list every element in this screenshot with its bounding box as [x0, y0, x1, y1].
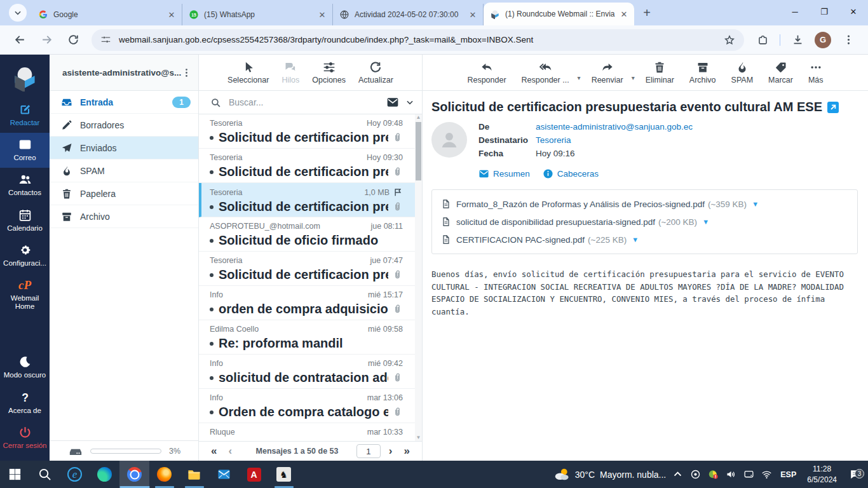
- dropdown-caret-icon[interactable]: ▾: [578, 74, 581, 81]
- folder-entrada[interactable]: Entrada1: [50, 91, 198, 114]
- maximize-button[interactable]: ❐: [810, 0, 839, 23]
- scrollbar-thumb[interactable]: [416, 122, 421, 180]
- message-row[interactable]: Edilma Coellomié 09:58Re: proforma mandi…: [199, 320, 422, 355]
- message-row[interactable]: TesoreriaHoy 09:30Solicitud de certifica…: [199, 149, 422, 183]
- tab-close-icon[interactable]: ✕: [317, 10, 327, 20]
- weather-widget[interactable]: 30°C Mayorm. nubla...: [553, 466, 667, 483]
- browser-tab[interactable]: Actividad 2024-05-02 07:30:00✕: [333, 4, 484, 25]
- attachment-name[interactable]: Formato_8_Razón de Proformas y Análisis …: [456, 200, 705, 209]
- close-button[interactable]: ✕: [839, 0, 868, 23]
- message-row[interactable]: Infomié 09:42solicitud de contratacion a…: [199, 355, 422, 389]
- edge[interactable]: [90, 461, 119, 488]
- message-row[interactable]: ASOPROTEBU_@hotmail.comjue 08:11Solicitu…: [199, 217, 422, 252]
- sidebar-item-configuraci-[interactable]: Configuraci...: [0, 238, 50, 273]
- browser-tab[interactable]: 15(15) WhatsApp✕: [182, 4, 333, 25]
- tray-display-icon[interactable]: [742, 468, 756, 482]
- folder-papelera[interactable]: Papelera: [50, 182, 198, 205]
- sidebar-item-calendario[interactable]: Calendario: [0, 203, 50, 238]
- extensions-icon[interactable]: [752, 29, 773, 51]
- bookmark-star-icon[interactable]: [724, 34, 735, 46]
- new-tab-button[interactable]: +: [638, 4, 656, 22]
- open-in-new-window-icon[interactable]: [827, 102, 839, 113]
- flag-icon[interactable]: [393, 187, 403, 197]
- minimize-button[interactable]: ─: [780, 0, 810, 23]
- java-app[interactable]: ♞: [269, 461, 299, 488]
- toolbar-button-eliminar[interactable]: Eliminar: [641, 58, 679, 87]
- attachment-name[interactable]: solicitud de disponibilidad presupuestar…: [456, 217, 655, 227]
- toolbar-button-hilos[interactable]: Hilos: [277, 58, 304, 87]
- toolbar-button-reenviar[interactable]: Reenviar: [587, 58, 628, 87]
- folder-spam[interactable]: SPAM: [50, 159, 198, 182]
- folder-archivo[interactable]: Archivo: [50, 205, 198, 228]
- next-page-button[interactable]: ›: [383, 445, 398, 458]
- firefox[interactable]: [149, 461, 179, 488]
- folder-borradores[interactable]: Borradores: [50, 114, 198, 137]
- tray-record-icon[interactable]: [688, 468, 702, 482]
- tray-antivirus-icon[interactable]: [706, 468, 720, 482]
- toolbar-button-opciones[interactable]: Opciones: [308, 58, 350, 87]
- back-button[interactable]: [9, 29, 31, 51]
- downloads-icon[interactable]: [787, 29, 808, 51]
- internet-explorer[interactable]: e: [60, 461, 90, 488]
- dropdown-caret-icon[interactable]: ▾: [632, 74, 635, 81]
- toolbar-button-actualizar[interactable]: Actualizar: [354, 58, 398, 87]
- profile-avatar[interactable]: G: [815, 32, 831, 48]
- toolbar-button-más[interactable]: Más: [804, 58, 828, 87]
- tray-wifi-icon[interactable]: [759, 468, 773, 482]
- sidebar-item-cerrar-sesi-n[interactable]: Cerrar sesión: [0, 421, 50, 456]
- message-row[interactable]: Rluquemar 10:33: [199, 423, 422, 441]
- sidebar-item-webmail-home[interactable]: cPWebmail Home: [0, 273, 50, 316]
- attachment-menu-caret-icon[interactable]: ▼: [632, 236, 639, 243]
- sidebar-item-correo[interactable]: Correo: [0, 133, 50, 168]
- scroll-down-icon[interactable]: ▼: [416, 435, 421, 441]
- search-options-chevron-icon[interactable]: [405, 98, 414, 107]
- sidebar-item-modo-oscuro[interactable]: Modo oscuro: [0, 350, 50, 385]
- browser-tab[interactable]: Google✕: [32, 4, 182, 25]
- last-page-button[interactable]: »: [398, 445, 416, 458]
- language-indicator[interactable]: ESP: [778, 470, 799, 479]
- header-value[interactable]: asistente-administrativo@sanjuan.gob.ec: [536, 122, 693, 132]
- scroll-up-icon[interactable]: ▲: [416, 114, 421, 121]
- reload-button[interactable]: [62, 29, 84, 51]
- message-row[interactable]: Infomar 13:06Orden de compra catalogo el…: [199, 389, 422, 423]
- first-page-button[interactable]: «: [205, 445, 222, 458]
- url-bar[interactable]: webmail.sanjuan.gob.ec/cpsess2554257368/…: [92, 29, 744, 51]
- prev-page-button[interactable]: ‹: [222, 445, 238, 458]
- message-row[interactable]: Tesoreria1,0 MBSolicitud de certificacio…: [199, 183, 422, 217]
- file-explorer[interactable]: [179, 461, 209, 488]
- tab-search-chevron-icon[interactable]: [9, 4, 27, 22]
- notification-center-icon[interactable]: 3: [845, 468, 864, 480]
- attachment-row[interactable]: CERTIFICACION PAC-signed.pdf(~225 KB)▼: [441, 231, 848, 248]
- acrobat[interactable]: A: [239, 461, 269, 488]
- page-number-input[interactable]: 1: [356, 444, 381, 458]
- sidebar-item-redactar[interactable]: Redactar: [0, 98, 50, 133]
- action-resumen[interactable]: Resumen: [478, 168, 530, 179]
- folder-enviados[interactable]: Enviados: [50, 137, 198, 159]
- start-button[interactable]: [0, 461, 30, 488]
- chrome[interactable]: [119, 461, 149, 488]
- mail-app[interactable]: [209, 461, 239, 488]
- attachment-menu-caret-icon[interactable]: ▼: [702, 218, 709, 226]
- message-row[interactable]: Tesoreriajue 07:47Solicitud de certifica…: [199, 252, 422, 286]
- tray-chevup-icon[interactable]: [670, 468, 684, 482]
- search-scope-mail-icon[interactable]: [386, 96, 399, 109]
- tab-close-icon[interactable]: ✕: [166, 10, 177, 20]
- toolbar-button-spam[interactable]: SPAM: [727, 58, 758, 87]
- attachment-row[interactable]: Formato_8_Razón de Proformas y Análisis …: [441, 195, 848, 213]
- clock[interactable]: 11:28 6/5/2024: [803, 464, 841, 484]
- site-info-icon[interactable]: [100, 34, 111, 45]
- taskbar-search[interactable]: [30, 461, 60, 488]
- attachment-row[interactable]: solicitud de disponibilidad presupuestar…: [441, 213, 848, 231]
- action-cabeceras[interactable]: Cabeceras: [543, 168, 599, 179]
- tab-close-icon[interactable]: ✕: [619, 9, 629, 19]
- list-scrollbar[interactable]: ▲ ▼: [415, 114, 422, 441]
- sidebar-item-acerca-de[interactable]: ?Acerca de: [0, 386, 50, 421]
- tray-speaker-icon[interactable]: [724, 468, 738, 482]
- forward-button[interactable]: [36, 29, 57, 51]
- folder-options-kebab-icon[interactable]: [181, 67, 192, 78]
- message-row[interactable]: Infomié 15:17orden de compra adquisicion…: [199, 286, 422, 320]
- header-value[interactable]: Tesoreria: [536, 135, 571, 145]
- toolbar-button-responder[interactable]: Responder: [463, 58, 510, 87]
- toolbar-button-marcar[interactable]: Marcar: [764, 58, 797, 87]
- attachment-menu-caret-icon[interactable]: ▼: [752, 200, 759, 208]
